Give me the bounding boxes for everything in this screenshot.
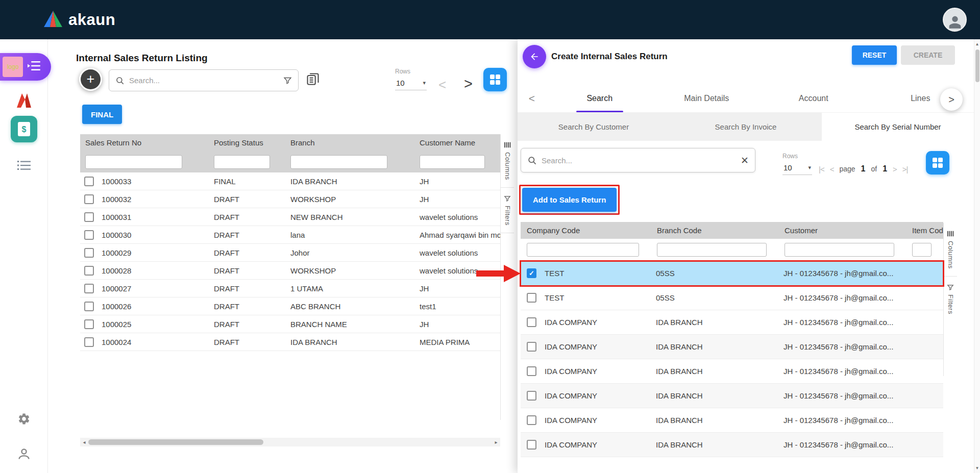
row-checkbox[interactable]	[527, 317, 536, 327]
page-scrollbar[interactable]: ▲ ▼	[974, 39, 980, 473]
filter-sales-return-no[interactable]	[85, 155, 182, 169]
last-page-button[interactable]: >|	[902, 165, 908, 173]
table-row[interactable]: IDA COMPANY IDA BRANCH JH - 012345678 - …	[521, 408, 943, 433]
table-row[interactable]: IDA COMPANY IDA BRANCH JH - 012345678 - …	[521, 384, 943, 408]
subtab-search-by-invoice[interactable]: Search By Invoice	[670, 113, 822, 141]
customer-name: JH	[414, 284, 500, 293]
row-checkbox[interactable]	[84, 177, 94, 186]
filter-funnel-icon[interactable]	[283, 76, 292, 85]
scroll-up-icon[interactable]: ▲	[974, 42, 980, 46]
row-checkbox[interactable]	[84, 266, 94, 276]
filter-posting-status[interactable]	[214, 155, 270, 169]
table-row[interactable]: 1000030 DRAFT lana Ahmad syarqawi bin mo…	[80, 226, 500, 244]
horizontal-scrollbar[interactable]: ◂ ▸	[80, 438, 500, 446]
collapse-menu-icon[interactable]	[28, 61, 41, 73]
serial-search-input[interactable]	[542, 156, 736, 165]
filters-toggle[interactable]: Filters	[947, 277, 954, 321]
tab-main-details[interactable]: Main Details	[653, 84, 761, 112]
prev-page-button[interactable]: <	[438, 77, 446, 93]
scroll-left-icon[interactable]: ◂	[80, 439, 88, 445]
add-to-sales-return-button[interactable]: Add to Sales Return	[522, 188, 617, 212]
user-avatar[interactable]	[943, 8, 967, 32]
table-row[interactable]: 1000027 DRAFT 1 UTAMA JH	[80, 280, 500, 297]
scroll-thumb[interactable]	[88, 439, 263, 445]
final-status-chip[interactable]: FINAL	[82, 105, 122, 124]
filter-company-code[interactable]	[527, 243, 639, 257]
subtab-search-by-serial-number[interactable]: Search By Serial Number	[822, 113, 974, 141]
table-row[interactable]: 1000026 DRAFT ABC BRANCH test1	[80, 297, 500, 315]
row-checkbox[interactable]	[527, 342, 536, 352]
subtab-search-by-customer[interactable]: Search By Customer	[518, 113, 670, 141]
table-row[interactable]: 1000028 DRAFT WORKSHOP wavelet solutions	[80, 262, 500, 280]
rows-select[interactable]: 10 ▾	[395, 75, 427, 90]
sidebar-item-red-app[interactable]	[0, 92, 48, 109]
table-row[interactable]: 1000024 DRAFT IDA BRANCH MEDIA PRIMA	[80, 333, 500, 351]
row-checkbox[interactable]	[527, 415, 536, 425]
table-row[interactable]: TEST 05SS JH - 012345678 - jh@gmail.co..…	[521, 286, 943, 310]
scroll-thumb[interactable]	[975, 49, 979, 82]
scroll-track[interactable]	[88, 438, 492, 446]
table-row[interactable]: IDA COMPANY IDA BRANCH JH - 012345678 - …	[521, 359, 943, 384]
tabs-scroll-right[interactable]: >	[940, 88, 963, 111]
table-row[interactable]: IDA COMPANY IDA BRANCH JH - 012345678 - …	[521, 433, 943, 457]
filter-customer[interactable]	[785, 243, 894, 257]
table-row[interactable]: 1000033 FINAL IDA BRANCH JH	[80, 172, 500, 190]
brand[interactable]: akaun	[44, 11, 115, 29]
back-button[interactable]	[523, 45, 546, 68]
row-checkbox[interactable]	[84, 284, 94, 293]
row-checkbox[interactable]	[84, 194, 94, 204]
tab-account[interactable]: Account	[760, 84, 867, 112]
table-row-selected[interactable]: ✓TEST 05SS JH - 012345678 - jh@gmail.co.…	[521, 261, 943, 286]
sidebar-item-profile[interactable]	[0, 446, 48, 462]
row-checkbox[interactable]	[527, 391, 536, 401]
tab-search[interactable]: Search	[546, 84, 653, 112]
row-checkbox[interactable]	[84, 212, 94, 222]
sidebar-logo-pill[interactable]: logo	[0, 53, 51, 81]
filter-customer-name[interactable]	[420, 155, 485, 169]
person-icon	[16, 446, 32, 462]
next-page-button[interactable]: >	[464, 75, 473, 93]
table-row[interactable]: 1000029 DRAFT Johor wavelet solutions	[80, 244, 500, 262]
customer-name: wavelet solutions	[414, 248, 500, 257]
search-input[interactable]	[129, 76, 279, 85]
scroll-down-icon[interactable]: ▼	[974, 466, 980, 470]
first-page-button[interactable]: |<	[819, 165, 824, 173]
filter-item-code[interactable]	[912, 243, 932, 257]
row-checkbox[interactable]	[84, 302, 94, 311]
customer: JH - 012345678 - jh@gmail.co...	[778, 293, 906, 302]
table-row[interactable]: IDA COMPANY IDA BRANCH JH - 012345678 - …	[521, 335, 943, 359]
posting-status: DRAFT	[209, 213, 285, 221]
apps-grid-button[interactable]	[926, 151, 949, 175]
tabs-scroll-left[interactable]: <	[518, 92, 546, 105]
filters-toggle[interactable]: Filters	[504, 188, 511, 233]
filter-branch-code[interactable]	[657, 243, 767, 257]
apps-grid-button[interactable]	[483, 68, 507, 91]
create-button[interactable]: CREATE	[901, 45, 955, 65]
columns-toggle[interactable]: Columns	[947, 223, 954, 276]
filter-branch[interactable]	[290, 155, 387, 169]
add-record-button[interactable]: +	[79, 68, 102, 91]
scroll-right-icon[interactable]: ▸	[492, 439, 500, 445]
prev-page-button[interactable]: <	[830, 165, 834, 173]
duplicate-view-button[interactable]	[306, 72, 320, 88]
table-row[interactable]: 1000031 DRAFT NEW BRANCH wavelet solutio…	[80, 208, 500, 226]
row-checkbox[interactable]	[84, 319, 94, 329]
columns-toggle[interactable]: Columns	[504, 134, 511, 187]
next-page-button[interactable]: >	[893, 165, 897, 173]
row-checkbox[interactable]	[84, 337, 94, 347]
row-checkbox[interactable]	[527, 366, 536, 376]
table-row[interactable]: IDA COMPANY IDA BRANCH JH - 012345678 - …	[521, 310, 943, 335]
row-checkbox[interactable]	[527, 293, 536, 303]
sidebar-item-listing[interactable]	[0, 160, 48, 170]
table-row[interactable]: 1000025 DRAFT BRANCH NAME JH	[80, 315, 500, 333]
sidebar-item-sales-app[interactable]: $	[0, 116, 48, 142]
row-checkbox[interactable]	[84, 248, 94, 258]
rows-select[interactable]: 10 ▾	[782, 160, 812, 175]
row-checkbox-checked[interactable]: ✓	[527, 268, 536, 278]
sidebar-item-settings[interactable]	[0, 412, 48, 426]
reset-button[interactable]: RESET	[852, 45, 897, 65]
row-checkbox[interactable]	[84, 230, 94, 240]
row-checkbox[interactable]	[527, 440, 536, 450]
table-row[interactable]: 1000032 DRAFT WORKSHOP JH	[80, 190, 500, 208]
clear-search-icon[interactable]: ✕	[741, 155, 749, 166]
